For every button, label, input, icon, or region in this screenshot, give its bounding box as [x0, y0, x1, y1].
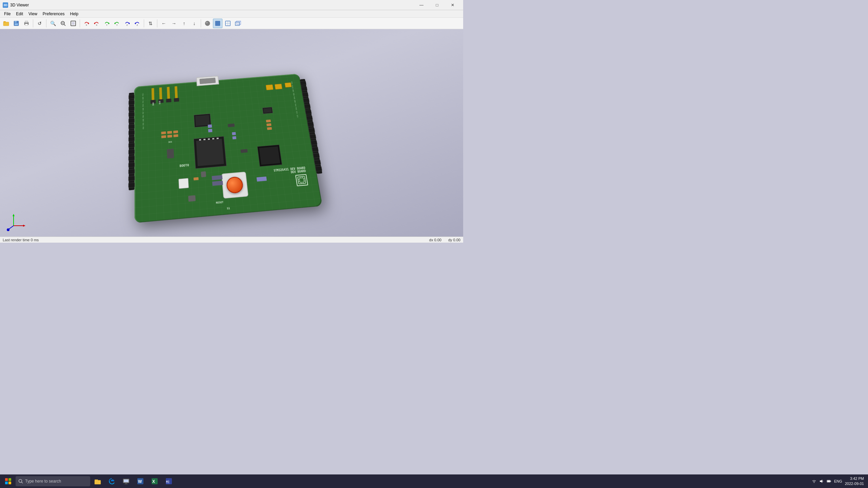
window-title: 3D Viewer: [10, 3, 29, 7]
pin-right-15: [315, 166, 322, 171]
undo-button[interactable]: ↺: [35, 19, 44, 28]
svg-rect-1: [3, 22, 9, 26]
menu-file[interactable]: File: [1, 11, 13, 17]
print-button[interactable]: [22, 19, 31, 28]
left-connector: [129, 93, 135, 190]
svg-line-10: [64, 24, 65, 26]
move-right-button[interactable]: →: [169, 19, 179, 28]
view-ortho-button[interactable]: [233, 19, 243, 28]
separator-5: [157, 19, 157, 27]
r4: [173, 130, 178, 134]
minimize-button[interactable]: —: [414, 0, 429, 10]
pin-base-3: [166, 99, 172, 103]
c8: [178, 178, 189, 189]
svg-marker-19: [114, 22, 115, 24]
flip-board-button[interactable]: ⇅: [146, 19, 155, 28]
separator-3: [80, 19, 80, 27]
dx-coords: dx 0.00: [429, 238, 441, 242]
move-down-button[interactable]: ↓: [190, 19, 199, 28]
svg-rect-12: [72, 22, 75, 25]
u4-chip: [262, 107, 273, 114]
svg-text:X: X: [86, 24, 87, 26]
rotate-z-plus-button[interactable]: Z: [122, 19, 132, 28]
pin-left-2: [129, 100, 134, 105]
c2: [208, 129, 213, 132]
board-title: STM32G431 DEV BOARD DEV BOARD: [274, 166, 308, 188]
r1-comp: [167, 149, 174, 159]
pin-right-1: [300, 81, 307, 85]
title-bar-left: 3D 3D Viewer: [3, 2, 29, 8]
pin-right-4: [303, 98, 310, 103]
rotate-y-minus-button[interactable]: Y: [112, 19, 122, 28]
pin-left-5: [129, 118, 135, 123]
cap-group-center: [208, 124, 213, 132]
u1-pin-t5: [217, 138, 219, 139]
view-solid-button[interactable]: [213, 19, 222, 28]
r5: [161, 131, 166, 135]
move-up-button[interactable]: ↑: [179, 19, 189, 28]
svg-marker-23: [135, 22, 136, 24]
menu-view[interactable]: View: [26, 11, 40, 17]
u2-chip-body: [195, 115, 210, 126]
rotate-x-plus-button[interactable]: X: [82, 19, 91, 28]
circuit-icon: [295, 174, 308, 186]
s1-label: S1: [227, 207, 230, 210]
move-left-button[interactable]: ←: [159, 19, 169, 28]
svg-rect-7: [25, 24, 28, 25]
usb-inner: [199, 78, 216, 84]
pin-right-13: [313, 153, 320, 158]
pin-left-13: [129, 169, 135, 174]
u1-pin-t1: [199, 139, 201, 141]
pin-left-9: [129, 143, 135, 148]
svg-text:Z: Z: [126, 24, 128, 26]
open-file-button[interactable]: [1, 19, 11, 28]
svg-marker-49: [23, 225, 25, 227]
viewport[interactable]: RESET BOOT0 S1 STM32G431 DEV BOARD DEV B…: [0, 29, 463, 243]
title-bar: 3D 3D Viewer — □ ✕: [0, 0, 463, 10]
svg-rect-36: [298, 176, 306, 184]
pin-base-4: [174, 98, 179, 102]
menu-preferences[interactable]: Preferences: [40, 11, 67, 17]
c4: [208, 124, 212, 128]
fb1: [228, 123, 235, 127]
menu-edit[interactable]: Edit: [13, 11, 26, 17]
cap-c5-1: [266, 84, 274, 90]
svg-rect-4: [15, 23, 18, 25]
reset-button-inner[interactable]: [226, 176, 243, 194]
pin-right-9: [308, 128, 315, 133]
svg-line-45: [303, 182, 303, 183]
zoom-out-button[interactable]: [58, 19, 68, 28]
c10: [257, 177, 267, 182]
c1: [201, 171, 206, 177]
rotate-x-minus-button[interactable]: X: [92, 19, 101, 28]
pin-left-10: [129, 149, 135, 154]
pin-left-12: [129, 162, 135, 168]
dio-label: DIO: [159, 101, 161, 104]
u1-mcu-chip: [194, 136, 226, 169]
r3: [267, 127, 272, 130]
save-button[interactable]: [12, 19, 21, 28]
zoom-in-button[interactable]: 🔍: [48, 19, 58, 28]
rotate-y-plus-button[interactable]: Y: [102, 19, 112, 28]
pin-right-8: [307, 122, 314, 126]
separator-6: [201, 19, 201, 27]
view-wire-button[interactable]: [223, 19, 233, 28]
zoom-fit-button[interactable]: [68, 19, 78, 28]
u3-chip: [257, 145, 282, 167]
coords-area: dx 0.00 dy 0.00: [429, 238, 460, 242]
rotate-z-minus-button[interactable]: Z: [133, 19, 142, 28]
fb2: [240, 149, 248, 153]
menu-help[interactable]: Help: [67, 11, 81, 17]
r7: [194, 177, 199, 181]
svg-text:Y: Y: [116, 24, 118, 26]
maximize-button[interactable]: □: [429, 0, 445, 10]
pin-right-6: [305, 110, 312, 115]
pin-left-3: [129, 106, 134, 111]
close-button[interactable]: ✕: [445, 0, 460, 10]
material-button[interactable]: [203, 19, 212, 28]
svg-rect-6: [25, 21, 28, 23]
svg-rect-0: [3, 21, 6, 22]
svg-line-42: [300, 177, 300, 178]
u1-pin-t4: [212, 138, 214, 139]
c9-area: [188, 195, 196, 202]
